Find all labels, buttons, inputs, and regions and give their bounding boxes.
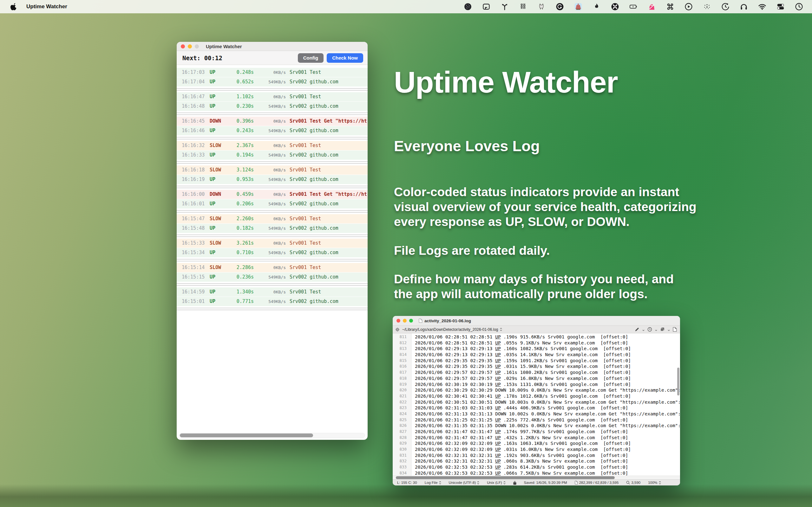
unlocked-icon[interactable] xyxy=(513,481,516,485)
log-line: 8252026/01/06 02:31:25 02:31:25 UP .225s… xyxy=(393,417,680,423)
dots-icon[interactable] xyxy=(703,3,711,11)
file-path-selector[interactable]: ~/Library/Logs/xanDownDetector/activity_… xyxy=(402,327,502,332)
watcher-log-row: 16:15:33SLOW3.261s0KB/sSrv001 Test xyxy=(177,239,368,248)
close-button[interactable] xyxy=(397,319,400,323)
watcher-titlebar: Uptime Watcher xyxy=(177,42,368,51)
row-duration: 0.243s xyxy=(222,126,254,135)
zoom-button-disabled[interactable] xyxy=(195,44,199,49)
row-server: Srv001 Test Get "https://httpbin xyxy=(290,190,367,199)
pagoda-icon[interactable] xyxy=(574,3,582,11)
row-status: UP xyxy=(210,287,215,297)
gear-icon[interactable] xyxy=(395,327,400,332)
apple-icon[interactable] xyxy=(9,3,18,11)
row-duration: 0.230s xyxy=(222,102,254,111)
row-time: 16:16:45 xyxy=(182,117,205,126)
watcher-log-row: 16:16:33UP0.194s549KB/sSrv002 github.com xyxy=(177,151,368,160)
file-type-dropdown[interactable]: Log File xyxy=(425,481,441,485)
blank-document-icon[interactable] xyxy=(673,327,677,332)
line-text: 2026/01/06 02:29:35 02:29:35 UP .031s 15… xyxy=(415,363,631,370)
line-number: 826 xyxy=(393,423,407,429)
row-status: UP xyxy=(210,248,215,257)
row-time: 16:15:48 xyxy=(182,224,205,233)
flame-icon[interactable] xyxy=(592,3,601,11)
log-group: 16:14:59UP1.340s0KB/sSrv001 Test16:15:01… xyxy=(177,287,368,310)
row-duration: 3.261s xyxy=(222,239,254,248)
watcher-log-row: 16:16:45DOWN0.396s0KB/sSrv001 Test Get "… xyxy=(177,117,368,126)
line-endings-dropdown[interactable]: Unix (LF) xyxy=(487,481,505,485)
log-vertical-scrollbar-thumb[interactable] xyxy=(677,368,679,395)
row-time: 16:16:18 xyxy=(182,165,205,175)
row-duration: 0.710s xyxy=(222,248,254,257)
log-content[interactable]: 8112026/01/06 02:28:51 02:28:51 UP .190s… xyxy=(393,333,680,475)
chevron-down-icon[interactable] xyxy=(668,328,670,331)
close-button[interactable] xyxy=(181,44,185,49)
history-clock-icon[interactable] xyxy=(647,327,652,332)
battery-icon[interactable] xyxy=(629,3,638,11)
bag-icon[interactable] xyxy=(647,3,656,11)
log-line: 8322026/01/06 02:32:31 02:32:31 UP .060s… xyxy=(393,458,680,464)
minimize-button[interactable] xyxy=(188,44,192,49)
log-line: 8262026/01/06 02:31:35 02:31:35 DOWN 10.… xyxy=(393,423,680,429)
wifi-icon[interactable] xyxy=(758,3,766,11)
log-line: 8152026/01/06 02:29:35 02:29:35 UP .159s… xyxy=(393,358,680,364)
row-speed: 0KB/s xyxy=(258,214,286,223)
log-horizontal-scrollbar-thumb[interactable] xyxy=(396,476,615,479)
log-line: 8132026/01/06 02:29:13 02:29:13 UP .160s… xyxy=(393,346,680,352)
encoding-dropdown[interactable]: Unicode (UTF-8) xyxy=(449,481,479,485)
row-speed: 0KB/s xyxy=(258,92,286,101)
menubar-app-name[interactable]: Uptime Watcher xyxy=(26,3,67,10)
line-text: 2026/01/06 02:32:09 02:32:09 UP .031s 16… xyxy=(415,447,631,452)
check-now-button[interactable]: Check Now xyxy=(327,53,363,63)
time-machine-icon[interactable] xyxy=(721,3,729,11)
grammarly-icon[interactable] xyxy=(555,3,564,11)
command-icon[interactable] xyxy=(666,3,674,11)
chevron-down-icon[interactable] xyxy=(655,328,657,331)
chevron-up-down-icon xyxy=(659,481,661,485)
log-line: 8182026/01/06 02:29:57 02:29:57 UP .029s… xyxy=(393,376,680,382)
line-text: 2026/01/06 02:31:35 02:31:35 DOWN 10.002… xyxy=(415,423,680,429)
layers-icon[interactable] xyxy=(660,327,665,332)
log-group: 16:15:14SLOW2.286s0KB/sSrv001 Test16:15:… xyxy=(177,263,368,286)
line-number: 821 xyxy=(393,393,407,399)
watcher-log-row: 16:15:15UP0.236s549KB/sSrv002 github.com xyxy=(177,273,368,282)
row-status: UP xyxy=(210,68,215,77)
watcher-horizontal-scrollbar[interactable] xyxy=(179,433,365,438)
network-sphere-icon[interactable] xyxy=(463,3,472,11)
log-line: 8282026/01/06 02:31:47 02:31:47 UP .432s… xyxy=(393,435,680,441)
row-time: 16:16:01 xyxy=(182,199,205,209)
row-status: UP xyxy=(210,77,215,87)
hero-paragraph-3: Define how many days of history you need… xyxy=(394,272,674,302)
clock-icon[interactable] xyxy=(795,3,803,11)
log-line: 8122026/01/06 02:28:51 02:28:51 UP .055s… xyxy=(393,340,680,346)
zoom-button[interactable] xyxy=(409,319,413,323)
headphones-icon[interactable] xyxy=(740,3,748,11)
log-group: 16:15:47SLOW2.260s0KB/sSrv001 Test16:15:… xyxy=(177,214,368,237)
watcher-scrollbar-thumb[interactable] xyxy=(180,434,313,437)
fan-icon[interactable] xyxy=(611,3,619,11)
chevron-down-icon[interactable] xyxy=(642,328,645,331)
pencil-icon[interactable] xyxy=(635,327,640,332)
minimize-button[interactable] xyxy=(403,319,407,323)
screen-mirroring-icon[interactable] xyxy=(482,3,490,11)
zoom-level-dropdown[interactable]: 100% xyxy=(648,481,661,485)
play-circle-icon[interactable] xyxy=(684,3,693,11)
hero-title: Uptime Watcher xyxy=(394,65,618,100)
row-speed: 0KB/s xyxy=(258,190,286,199)
hero-paragraph-1: Color-coded status indicators provide an… xyxy=(394,185,697,229)
line-number: 814 xyxy=(393,352,407,358)
line-number: 815 xyxy=(393,358,407,364)
steam-icon[interactable] xyxy=(519,3,527,11)
line-text: 2026/01/06 02:29:57 02:29:57 UP .161s 10… xyxy=(415,370,631,376)
row-server: Srv002 github.com xyxy=(290,297,367,306)
llama-icon[interactable] xyxy=(537,3,546,11)
control-center-icon[interactable] xyxy=(776,3,785,11)
line-number: 824 xyxy=(393,411,407,417)
watcher-log-list: 16:17:03UP0.248s0KB/sSrv001 Test16:17:04… xyxy=(177,65,368,312)
line-text: 2026/01/06 02:28:51 02:28:51 UP .055s 9.… xyxy=(415,340,628,346)
branch-icon[interactable] xyxy=(500,3,509,11)
watcher-log-row: 16:16:19UP0.953s549KB/sSrv002 github.com xyxy=(177,175,368,184)
config-button[interactable]: Config xyxy=(298,53,323,63)
log-group: 16:16:47UP1.102s0KB/sSrv001 Test16:16:48… xyxy=(177,92,368,115)
hero-paragraph-2: File Logs are rotated daily. xyxy=(394,243,550,258)
line-number: 822 xyxy=(393,399,407,405)
